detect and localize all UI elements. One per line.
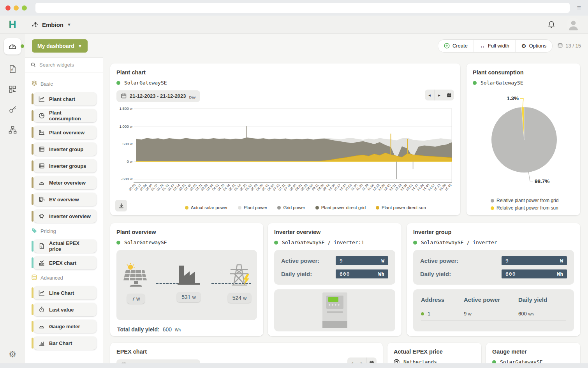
options-button[interactable]: ⚙ Options — [516, 40, 552, 52]
item-accent — [32, 321, 33, 332]
item-accent — [32, 194, 33, 205]
widget-item-epex-chart[interactable]: EPEX chart — [33, 256, 97, 269]
browser-menu-icon[interactable]: ≡ — [575, 4, 583, 11]
widget-item-plant-overview[interactable]: Plant overview — [33, 126, 97, 139]
sidebar-sections: BasicPlant chartPlant consumptionPlant o… — [25, 72, 103, 350]
legend-dot — [491, 206, 494, 210]
widget-item-actual-epex-price[interactable]: €Actual EPEX price — [33, 239, 97, 253]
daily-yield-row: Daily yield: 600Wh — [281, 269, 388, 278]
url-bar[interactable] — [35, 3, 570, 13]
plant-column: 531 W — [176, 250, 202, 302]
widget-item-inverter-group[interactable]: Inverter group — [33, 143, 97, 156]
inverter-active-power: 9 W — [464, 311, 518, 317]
inverter-table-panel: AddressActive powerDaily yield19 W600 Wh — [413, 289, 574, 331]
widget-item-label: Last value — [49, 307, 74, 313]
rail-item-hierarchy[interactable] — [4, 121, 21, 138]
widget-title: Actual EPEX price — [394, 349, 475, 355]
invoice-icon: € — [39, 243, 45, 249]
chip-icon — [39, 213, 45, 219]
active-power-value-box: 9W — [336, 256, 388, 265]
rail-item-dashboard[interactable] — [4, 38, 21, 55]
settings-gear-icon[interactable]: ⚙ — [9, 349, 16, 359]
consumption-pie-chart[interactable]: 1.3%98.7% — [473, 88, 574, 190]
widget-title: EPEX chart — [116, 349, 377, 355]
gateway-row: SolarGatewaySE / inverter — [413, 239, 574, 245]
organization-name: Embion — [42, 21, 63, 28]
search-input[interactable] — [39, 62, 97, 68]
gateway-name: SolarGatewaySE — [124, 80, 167, 86]
next-period-button[interactable]: ▸ — [435, 90, 444, 100]
browser-chrome: ≡ — [0, 0, 588, 16]
table-header-row: AddressActive powerDaily yield — [421, 295, 566, 307]
create-widget-button[interactable]: Create — [438, 40, 474, 52]
plant-power-area-chart[interactable]: 1.500 W1.000 W500 W0 W-500 W00:0000:1700… — [115, 106, 456, 204]
widget-item-inverter-overview[interactable]: Inverter overview — [33, 210, 97, 223]
plant-overview-widget: Plant overview SolarGatewaySE 7 W — [110, 223, 263, 336]
widget-item-line-chart[interactable]: Line Chart — [33, 286, 97, 299]
widget-item-ev-overview[interactable]: EV overview — [33, 193, 97, 206]
rail-item-access-keys[interactable] — [4, 101, 21, 118]
item-accent — [32, 127, 33, 138]
widget-item-meter-overview[interactable]: Meter overview — [33, 176, 97, 189]
gear-icon: ⚙ — [521, 43, 526, 49]
widget-item-bar-chart[interactable]: Bar Chart — [33, 336, 97, 350]
item-accent — [32, 211, 33, 222]
period-label: Day — [189, 95, 196, 99]
active-power-row: Active power: 9W — [281, 256, 388, 265]
gateway-name: SolarGatewaySE / inverter — [421, 239, 497, 245]
plus-circle-icon — [444, 43, 450, 49]
gateway-status-dot — [413, 241, 417, 245]
grid-column: 524 W — [227, 250, 252, 303]
legend-dot — [185, 206, 188, 210]
toolbar-button-group: Create ↔ Full width ⚙ Options — [438, 39, 553, 53]
notifications-bell-icon[interactable] — [547, 20, 556, 29]
inverter-device-icon — [320, 292, 349, 329]
tag-icon — [31, 227, 37, 235]
rail-item-apps[interactable] — [4, 81, 21, 97]
widget-item-inverter-groups[interactable]: Inverter groups — [33, 159, 97, 173]
date-range-picker[interactable]: 21-12-2023 - 21-12-2023 Day — [116, 90, 200, 102]
calendar-today-button[interactable] — [444, 90, 454, 100]
dashboard-selector-button[interactable]: My dashboard ▼ — [32, 39, 88, 53]
full-width-button[interactable]: ↔ Full width — [474, 40, 516, 52]
plant-chart-widget: Plant chart SolarGatewaySE 21-12-2023 - … — [110, 63, 460, 215]
widget-item-last-value[interactable]: Last value — [33, 303, 97, 316]
grid-power-chip: 524 W — [228, 293, 252, 303]
window-zoom-button[interactable] — [22, 5, 27, 11]
widget-title: Plant consumption — [473, 69, 574, 76]
organization-switcher[interactable]: Embion ▼ — [31, 21, 71, 28]
inverter-overview-widget: Inverter overview SolarGatewaySE / inver… — [268, 223, 401, 336]
widget-item-plant-chart[interactable]: Plant chart — [33, 92, 97, 106]
svg-text:1.500 W: 1.500 W — [119, 106, 132, 111]
stopwatch-icon — [39, 306, 45, 313]
widget-title: Inverter group — [413, 229, 574, 235]
plant-consumption-widget: Plant consumption SolarGatewaySE 1.3%98.… — [467, 63, 580, 215]
gateway-row: SolarGatewaySE / inverter:1 — [274, 239, 395, 245]
user-avatar[interactable] — [567, 18, 580, 32]
window-minimize-button[interactable] — [14, 5, 19, 11]
inverter-daily-yield: 600 Wh — [518, 311, 566, 317]
window-close-button[interactable] — [5, 5, 11, 11]
dashboard-selector-label: My dashboard — [37, 43, 74, 49]
active-power-value-box: 9W — [502, 256, 567, 265]
inverter-device-panel — [274, 289, 395, 331]
layers-icon — [31, 80, 37, 88]
total-daily-yield-unit: Wh — [175, 328, 181, 332]
widget-title: Gauge meter — [492, 349, 574, 355]
widget-item-plant-consumption[interactable]: Plant consumption — [33, 109, 97, 122]
table-column-header: Daily yield — [518, 296, 566, 303]
widget-item-gauge-meter[interactable]: Gauge meter — [33, 320, 97, 333]
app-header: H Embion ▼ — [0, 16, 588, 34]
gateway-status-dot — [274, 241, 278, 245]
meter-icon — [39, 180, 45, 186]
inverter-status-dot — [421, 312, 424, 315]
legend-item: Plant power direct grid — [315, 205, 366, 210]
widget-item-label: EV overview — [49, 197, 79, 202]
app-logo[interactable]: H — [0, 16, 25, 33]
download-chart-button[interactable] — [115, 200, 127, 211]
legend-dot — [376, 206, 379, 210]
total-daily-yield-value: 600 — [163, 326, 172, 333]
previous-period-button[interactable]: ◂ — [425, 90, 435, 100]
rail-item-billing[interactable]: € — [4, 61, 21, 77]
widget-item-label: Bar Chart — [49, 340, 72, 346]
